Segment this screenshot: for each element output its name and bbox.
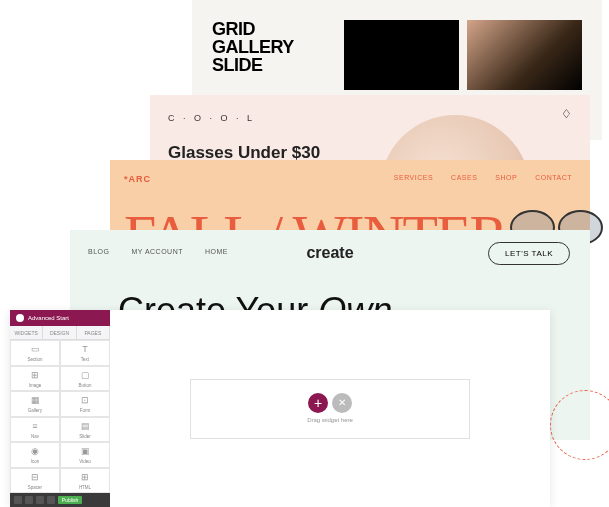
widget-icon: ▤: [79, 420, 91, 432]
nav-account[interactable]: MY ACCOUNT: [131, 248, 183, 255]
bag-icon[interactable]: ♢: [561, 107, 572, 121]
header-title: Advanced Start: [28, 315, 69, 321]
grid-images: [344, 20, 582, 90]
tab-design[interactable]: DESIGN: [43, 326, 76, 339]
tab-pages[interactable]: PAGES: [77, 326, 110, 339]
widget-gallery[interactable]: ▦Gallery: [10, 391, 60, 417]
widget-spacer[interactable]: ⊟Spacer: [10, 468, 60, 494]
widget-icon: ▣: [79, 445, 91, 457]
widget-label: Gallery: [28, 408, 42, 413]
widget-icon: ⊟: [29, 471, 41, 483]
widget-text[interactable]: TText: [60, 340, 110, 366]
widget-label: Icon: [31, 459, 40, 464]
dashed-circle: [550, 390, 609, 460]
widget-label: Section: [27, 357, 42, 362]
cool-logo: C · O · O · L: [168, 113, 572, 123]
footer-btn-1[interactable]: [14, 496, 22, 504]
widget-label: Text: [81, 357, 89, 362]
widget-form[interactable]: ⊡Form: [60, 391, 110, 417]
nav-services[interactable]: SERVICES: [394, 174, 433, 181]
builder-canvas[interactable]: + ✕ Drag widget here: [110, 310, 550, 507]
widget-nav[interactable]: ≡Nav: [10, 417, 60, 443]
sidebar-header: Advanced Start: [10, 310, 110, 326]
widget-icon: ≡: [29, 420, 41, 432]
arc-nav: SERVICES CASES SHOP CONTACT: [394, 174, 572, 181]
widget-label: Slider: [79, 434, 91, 439]
widget-label: Image: [29, 383, 42, 388]
widget-label: Button: [78, 383, 91, 388]
dropzone-icons: + ✕: [308, 393, 352, 413]
widget-icon: ⊡: [79, 394, 91, 406]
header-dot: [16, 314, 24, 322]
settings-icon[interactable]: ✕: [332, 393, 352, 413]
widget-label: Video: [79, 459, 90, 464]
sidebar-tabs: WIDGETS DESIGN PAGES: [10, 326, 110, 340]
widget-section[interactable]: ▭Section: [10, 340, 60, 366]
nav-cases[interactable]: CASES: [451, 174, 477, 181]
create-logo: create: [306, 244, 353, 262]
widget-icon: ▢: [79, 369, 91, 381]
widget-icon: ⊞: [79, 471, 91, 483]
sidebar-footer: Publish: [10, 493, 110, 507]
add-icon[interactable]: +: [308, 393, 328, 413]
website-builder: Advanced Start WIDGETS DESIGN PAGES ▭Sec…: [10, 310, 550, 507]
widget-icon: ⊞: [29, 369, 41, 381]
widget-icon: ▭: [29, 343, 41, 355]
nav-home[interactable]: HOME: [205, 248, 228, 255]
widget-label: Nav: [31, 434, 39, 439]
footer-btn-2[interactable]: [25, 496, 33, 504]
nav-blog[interactable]: BLOG: [88, 248, 109, 255]
builder-sidebar: Advanced Start WIDGETS DESIGN PAGES ▭Sec…: [10, 310, 110, 507]
widget-slider[interactable]: ▤Slider: [60, 417, 110, 443]
photo-thumbnail: [467, 20, 582, 90]
publish-button[interactable]: Publish: [58, 496, 82, 504]
widget-label: Spacer: [28, 485, 42, 490]
widget-button[interactable]: ▢Button: [60, 366, 110, 392]
widget-icon: ▦: [29, 394, 41, 406]
dropzone-label: Drag widget here: [307, 417, 353, 424]
dropzone[interactable]: + ✕ Drag widget here: [190, 379, 470, 439]
widget-grid: ▭SectionTText⊞Image▢Button▦Gallery⊡Form≡…: [10, 340, 110, 493]
widget-label: HTML: [79, 485, 91, 490]
lets-talk-button[interactable]: LET'S TALK: [488, 242, 570, 265]
footer-btn-3[interactable]: [36, 496, 44, 504]
widget-icon: T: [79, 343, 91, 355]
widget-html[interactable]: ⊞HTML: [60, 468, 110, 494]
widget-icon[interactable]: ◉Icon: [10, 442, 60, 468]
footer-btn-4[interactable]: [47, 496, 55, 504]
nav-shop[interactable]: SHOP: [495, 174, 517, 181]
widget-video[interactable]: ▣Video: [60, 442, 110, 468]
black-thumbnail: [344, 20, 459, 90]
widget-icon: ◉: [29, 445, 41, 457]
widget-label: Form: [80, 408, 91, 413]
tab-widgets[interactable]: WIDGETS: [10, 326, 43, 339]
widget-image[interactable]: ⊞Image: [10, 366, 60, 392]
nav-contact[interactable]: CONTACT: [535, 174, 572, 181]
